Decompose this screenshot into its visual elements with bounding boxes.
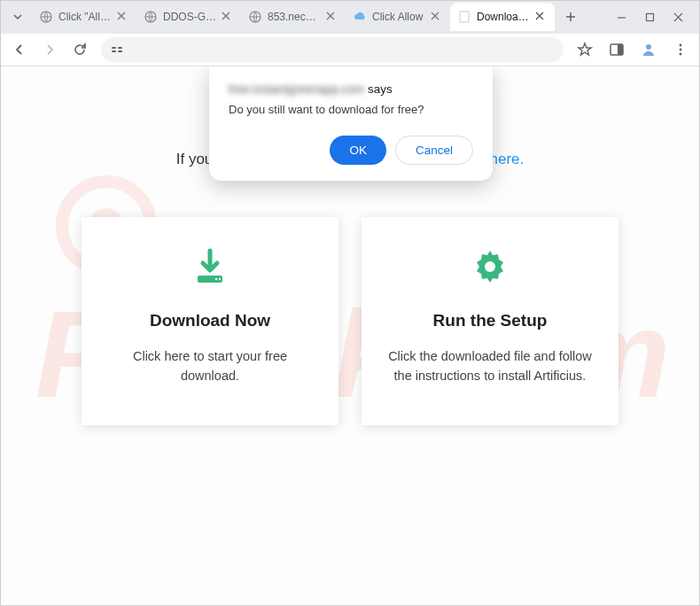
svg-point-11 bbox=[646, 44, 651, 50]
close-window-button[interactable] bbox=[672, 11, 684, 23]
kebab-icon bbox=[673, 43, 688, 57]
gear-icon bbox=[383, 244, 597, 290]
card-description: Click the downloaded file and follow the… bbox=[383, 346, 597, 386]
tab-bar: Click "Allow" DDOS-GUARD 853.necklovehan… bbox=[0, 0, 700, 34]
new-tab-button[interactable] bbox=[558, 4, 583, 29]
close-icon[interactable] bbox=[535, 11, 548, 23]
download-icon bbox=[103, 244, 317, 290]
tab-3[interactable]: 853.necklovehan... bbox=[241, 3, 346, 31]
svg-rect-7 bbox=[112, 50, 116, 52]
dialog-origin: free.instantgreenapp.com says bbox=[229, 82, 473, 96]
svg-point-21 bbox=[485, 261, 495, 272]
card-description: Click here to start your free download. bbox=[103, 346, 317, 386]
ok-button[interactable]: OK bbox=[330, 136, 386, 165]
tab-2[interactable]: DDOS-GUARD bbox=[136, 3, 241, 31]
bookmark-button[interactable] bbox=[572, 37, 597, 62]
card-title: 02 Run the Setup bbox=[383, 311, 597, 330]
globe-icon bbox=[248, 10, 262, 24]
svg-rect-6 bbox=[118, 47, 122, 49]
setup-card: 02 Run the Setup Click the downloaded fi… bbox=[362, 217, 618, 425]
close-icon[interactable] bbox=[326, 11, 338, 23]
svg-point-14 bbox=[680, 53, 682, 56]
back-button[interactable] bbox=[7, 37, 32, 62]
tab-5-active[interactable]: Download Ready bbox=[450, 3, 555, 31]
close-icon[interactable] bbox=[222, 11, 234, 23]
chevron-down-icon bbox=[12, 12, 23, 22]
cancel-button[interactable]: Cancel bbox=[395, 136, 473, 165]
javascript-dialog: free.instantgreenapp.com says Do you sti… bbox=[209, 66, 493, 181]
tab-title: DDOS-GUARD bbox=[163, 11, 216, 23]
window-controls bbox=[615, 11, 696, 23]
nav-bar bbox=[0, 34, 700, 66]
close-icon[interactable] bbox=[117, 11, 129, 23]
instruction-cards: 01 Download Now Click here to start your… bbox=[0, 217, 700, 425]
address-bar[interactable] bbox=[101, 37, 564, 62]
tab-title: Click "Allow" bbox=[58, 11, 112, 23]
profile-button[interactable] bbox=[636, 37, 661, 62]
download-card[interactable]: 01 Download Now Click here to start your… bbox=[82, 217, 338, 425]
panel-icon bbox=[609, 42, 625, 58]
site-settings-icon[interactable] bbox=[110, 43, 124, 57]
cloud-icon bbox=[353, 10, 367, 24]
page-content: PCrisk.com If your download didn't start… bbox=[0, 66, 700, 606]
svg-rect-5 bbox=[112, 47, 116, 49]
reload-button[interactable] bbox=[67, 37, 92, 62]
arrow-right-icon bbox=[43, 43, 57, 57]
svg-point-12 bbox=[680, 44, 682, 47]
tab-title: Download Ready bbox=[477, 11, 530, 23]
plus-icon bbox=[565, 12, 576, 22]
svg-rect-3 bbox=[460, 12, 469, 22]
maximize-button[interactable] bbox=[643, 11, 656, 23]
svg-point-19 bbox=[215, 278, 217, 280]
close-icon[interactable] bbox=[431, 11, 443, 23]
svg-rect-8 bbox=[118, 50, 122, 52]
svg-rect-10 bbox=[618, 44, 623, 55]
dialog-says: says bbox=[368, 82, 393, 96]
tab-1[interactable]: Click "Allow" bbox=[32, 3, 136, 31]
arrow-left-icon bbox=[12, 43, 27, 57]
svg-point-13 bbox=[680, 49, 682, 51]
tab-4[interactable]: Click Allow bbox=[346, 3, 450, 31]
tab-title: 853.necklovehan... bbox=[268, 11, 321, 23]
forward-button[interactable] bbox=[37, 37, 62, 62]
card-title: 01 Download Now bbox=[103, 311, 317, 330]
dialog-domain-blurred: free.instantgreenapp.com bbox=[229, 82, 364, 96]
blank-favicon bbox=[457, 10, 471, 24]
dialog-message: Do you still want to download for free? bbox=[229, 103, 473, 116]
dialog-buttons: OK Cancel bbox=[229, 136, 473, 165]
reload-icon bbox=[73, 43, 87, 57]
globe-icon bbox=[39, 10, 53, 24]
star-icon bbox=[577, 42, 593, 58]
tab-search-dropdown[interactable] bbox=[7, 6, 28, 27]
minimize-button[interactable] bbox=[615, 11, 627, 23]
browser-chrome: Click "Allow" DDOS-GUARD 853.necklovehan… bbox=[0, 0, 700, 66]
person-icon bbox=[641, 42, 657, 58]
tab-title: Click Allow bbox=[372, 11, 425, 23]
globe-icon bbox=[144, 10, 158, 24]
svg-rect-4 bbox=[646, 13, 653, 20]
svg-point-20 bbox=[219, 278, 221, 280]
menu-button[interactable] bbox=[668, 37, 693, 62]
side-panel-button[interactable] bbox=[604, 37, 629, 62]
